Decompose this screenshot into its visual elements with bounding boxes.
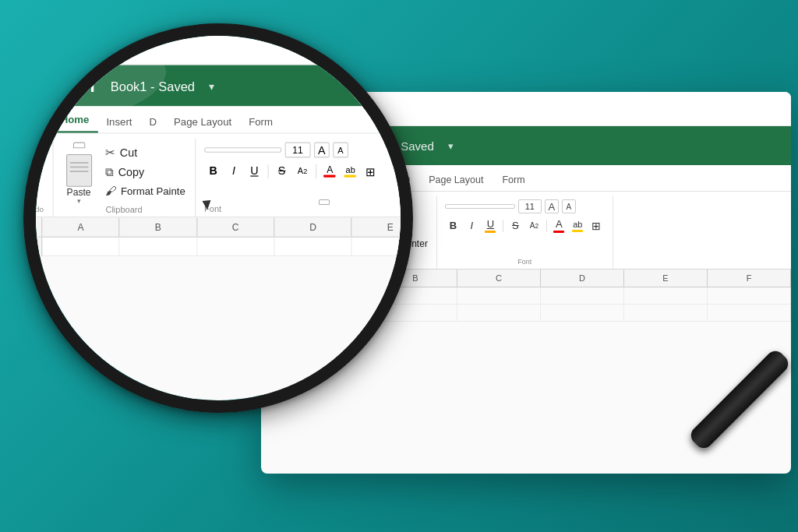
- paste-label: Paste: [312, 240, 334, 249]
- underline-color-bar: [485, 231, 496, 233]
- nav-arrows: ‹ ›: [366, 103, 378, 115]
- font-size-selector[interactable]: 11: [518, 199, 542, 213]
- subscript-button[interactable]: A2: [526, 217, 542, 234]
- cut-button[interactable]: ✂ Cut: [346, 201, 430, 217]
- apps-grid-icon[interactable]: [274, 139, 287, 153]
- font-color-with-bar: A: [553, 218, 564, 233]
- format-painter-button[interactable]: 🖌 Format Painter: [346, 236, 430, 252]
- paste-dropdown-icon[interactable]: ▾: [323, 249, 326, 256]
- cut-label: Cut: [366, 203, 381, 214]
- underline-button[interactable]: U: [482, 217, 499, 234]
- nav-forward-icon[interactable]: ›: [375, 103, 379, 115]
- format-painter-label: Format Painter: [366, 238, 428, 249]
- title-bar: ▾ ‹ ›: [261, 92, 791, 126]
- clipboard-clip: [319, 199, 330, 205]
- cell-c1[interactable]: [457, 287, 541, 305]
- tab-home[interactable]: Home: [305, 169, 351, 191]
- copy-button[interactable]: ⧉ Copy: [346, 218, 430, 234]
- paste-container: Paste ▾: [307, 199, 341, 256]
- undo-group: ↩ ↩ Undo: [267, 196, 301, 269]
- undo-group-label: Undo: [275, 258, 292, 269]
- cell-b2[interactable]: [374, 305, 457, 322]
- table-row: 2: [261, 305, 791, 322]
- clipboard-line: [316, 217, 333, 219]
- font-group: 11 A A B I U S A2 A: [437, 196, 613, 269]
- ribbon-content: ↩ ↩ Undo: [261, 192, 791, 270]
- font-bottom-row: B I U S A2 A: [445, 217, 605, 234]
- highlight-color-bar: [572, 230, 583, 232]
- highlight-with-bar: ab: [572, 220, 583, 232]
- col-header-c: C: [457, 270, 541, 287]
- divider: [546, 220, 547, 232]
- window-controls: [272, 104, 313, 114]
- split-view-icon[interactable]: [327, 102, 346, 116]
- copy-icon: ⧉: [348, 220, 362, 233]
- clipboard-group-label: Clipboard: [307, 258, 430, 269]
- cell-a2[interactable]: [291, 305, 374, 322]
- title-dropdown-icon[interactable]: ▾: [448, 140, 454, 152]
- sheet-grid: A B C D E F 1 2: [261, 270, 791, 322]
- font-group-label: Font: [445, 258, 605, 269]
- undo-button[interactable]: ↩: [276, 196, 291, 215]
- redo-button[interactable]: ↩: [276, 217, 291, 235]
- font-name-selector[interactable]: [445, 204, 515, 209]
- increase-font-button[interactable]: A: [545, 199, 559, 213]
- paste-icon[interactable]: [307, 199, 341, 240]
- highlight-color-button[interactable]: ab: [570, 217, 586, 234]
- col-header-e: E: [624, 270, 708, 287]
- font-color-button[interactable]: A: [551, 217, 567, 234]
- app-name: Excel: [298, 136, 341, 155]
- clipboard-group: Paste ▾ ✂ Cut ⧉ Copy 🖌 Format Pain: [301, 196, 437, 269]
- tab-d[interactable]: D: [394, 171, 419, 191]
- ribbon-tabs: File Home Insert D Page Layout Form: [261, 165, 791, 192]
- clipboard-line: [316, 225, 333, 227]
- clipboard-board: [312, 210, 336, 240]
- minimize-button[interactable]: [288, 104, 298, 114]
- strikethrough-button[interactable]: S: [507, 217, 524, 234]
- excel-window: ▾ ‹ › Excel Book1 - Saved ▾ File Home In…: [261, 92, 791, 474]
- format-painter-icon: 🖌: [348, 238, 362, 250]
- close-button[interactable]: [272, 104, 282, 114]
- maximize-button[interactable]: [303, 104, 313, 114]
- split-dropdown-icon[interactable]: ▾: [354, 104, 358, 114]
- row-number: 1: [261, 287, 291, 305]
- clip-tools-column: ✂ Cut ⧉ Copy 🖌 Format Painter: [346, 199, 430, 252]
- tab-form[interactable]: Form: [493, 171, 534, 191]
- bold-button[interactable]: B: [445, 217, 461, 234]
- cell-d1[interactable]: [541, 287, 624, 305]
- italic-button[interactable]: I: [464, 217, 480, 234]
- cell-a1[interactable]: [291, 287, 374, 305]
- table-row: 1: [261, 287, 791, 305]
- col-header-a: A: [291, 270, 374, 287]
- clipboard-tools: Paste ▾ ✂ Cut ⧉ Copy 🖌 Format Pain: [307, 199, 430, 258]
- underline-with-color: U: [485, 218, 496, 233]
- toolbar-icons: ▾: [327, 102, 358, 116]
- col-header-f: F: [708, 270, 791, 287]
- clipboard-line: [316, 221, 333, 223]
- column-headers: A B C D E F: [261, 270, 791, 287]
- copy-label: Copy: [366, 221, 388, 232]
- nav-back-icon[interactable]: ‹: [366, 103, 370, 115]
- cell-e1[interactable]: [624, 287, 708, 305]
- font-top-row: 11 A A: [445, 199, 605, 213]
- cell-c2[interactable]: [457, 305, 541, 322]
- cell-b1[interactable]: [374, 287, 457, 305]
- borders-button[interactable]: ⊞: [588, 217, 605, 234]
- row-number-header: [261, 270, 291, 287]
- tab-page-layout[interactable]: Page Layout: [419, 171, 493, 191]
- cell-f2[interactable]: [708, 305, 791, 322]
- cell-f1[interactable]: [708, 287, 791, 305]
- data-rows: 1 2: [261, 287, 791, 322]
- cell-d2[interactable]: [541, 305, 624, 322]
- col-header-b: B: [374, 270, 457, 287]
- clipboard-lines: [316, 217, 333, 227]
- tab-insert[interactable]: Insert: [351, 171, 394, 191]
- decrease-font-button[interactable]: A: [562, 199, 576, 213]
- document-title: Book1 - Saved: [357, 139, 433, 153]
- cell-e2[interactable]: [624, 305, 708, 322]
- scissors-icon: ✂: [348, 203, 362, 215]
- font-color-bar: [553, 231, 564, 233]
- tab-file[interactable]: File: [270, 171, 305, 191]
- col-header-d: D: [541, 270, 624, 287]
- divider: [503, 220, 503, 232]
